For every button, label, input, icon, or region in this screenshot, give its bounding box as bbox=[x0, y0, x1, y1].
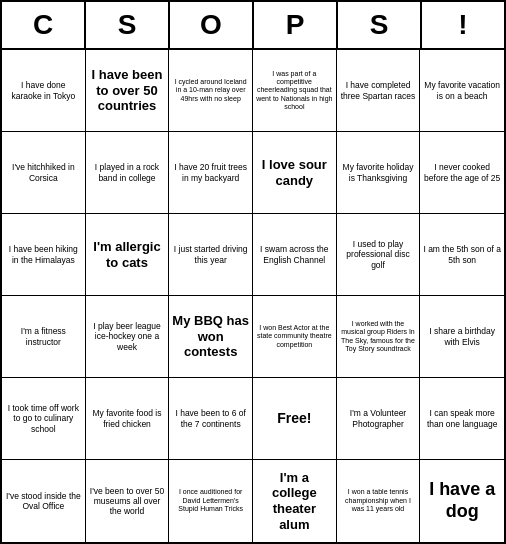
bingo-cell-15[interactable]: I swam across the English Channel bbox=[253, 214, 337, 296]
bingo-card: CSOPS! I have done karaoke in TokyoI hav… bbox=[0, 0, 506, 544]
bingo-cell-27[interactable]: Free! bbox=[253, 378, 337, 460]
bingo-cell-11[interactable]: I never cooked before the age of 25 bbox=[420, 132, 504, 214]
bingo-cell-28[interactable]: I'm a Volunteer Photographer bbox=[337, 378, 421, 460]
header-letter-o: O bbox=[170, 2, 254, 48]
bingo-grid: I have done karaoke in TokyoI have been … bbox=[2, 50, 504, 542]
bingo-cell-23[interactable]: I share a birthday with Elvis bbox=[420, 296, 504, 378]
bingo-cell-25[interactable]: My favorite food is fried chicken bbox=[86, 378, 170, 460]
bingo-cell-3[interactable]: I was part of a competitive cheerleading… bbox=[253, 50, 337, 132]
bingo-cell-26[interactable]: I have been to 6 of the 7 continents bbox=[169, 378, 253, 460]
bingo-header: CSOPS! bbox=[2, 2, 504, 50]
bingo-cell-6[interactable]: I've hitchhiked in Corsica bbox=[2, 132, 86, 214]
bingo-cell-32[interactable]: I once auditioned for David Lettermen's … bbox=[169, 460, 253, 542]
bingo-cell-17[interactable]: I am the 5th son of a 5th son bbox=[420, 214, 504, 296]
bingo-cell-29[interactable]: I can speak more than one language bbox=[420, 378, 504, 460]
bingo-cell-16[interactable]: I used to play professional disc golf bbox=[337, 214, 421, 296]
bingo-cell-19[interactable]: I play beer league ice-hockey one a week bbox=[86, 296, 170, 378]
bingo-cell-7[interactable]: I played in a rock band in college bbox=[86, 132, 170, 214]
bingo-cell-13[interactable]: I'm allergic to cats bbox=[86, 214, 170, 296]
bingo-cell-5[interactable]: My favorite vacation is on a beach bbox=[420, 50, 504, 132]
bingo-cell-22[interactable]: I worked with the musical group Riders I… bbox=[337, 296, 421, 378]
bingo-cell-34[interactable]: I won a table tennis championship when I… bbox=[337, 460, 421, 542]
header-letter-c: C bbox=[2, 2, 86, 48]
header-letter-s: S bbox=[86, 2, 170, 48]
bingo-cell-24[interactable]: I took time off work to go to culinary s… bbox=[2, 378, 86, 460]
bingo-cell-2[interactable]: I cycled around Iceland in a 10-man rela… bbox=[169, 50, 253, 132]
bingo-cell-8[interactable]: I have 20 fruit trees in my backyard bbox=[169, 132, 253, 214]
bingo-cell-20[interactable]: My BBQ has won contests bbox=[169, 296, 253, 378]
header-letter-!: ! bbox=[422, 2, 504, 48]
bingo-cell-14[interactable]: I just started driving this year bbox=[169, 214, 253, 296]
bingo-cell-4[interactable]: I have completed three Spartan races bbox=[337, 50, 421, 132]
header-letter-s: S bbox=[338, 2, 422, 48]
bingo-cell-0[interactable]: I have done karaoke in Tokyo bbox=[2, 50, 86, 132]
header-letter-p: P bbox=[254, 2, 338, 48]
bingo-cell-9[interactable]: I love sour candy bbox=[253, 132, 337, 214]
bingo-cell-35[interactable]: I have a dog bbox=[420, 460, 504, 542]
bingo-cell-21[interactable]: I won Best Actor at the state community … bbox=[253, 296, 337, 378]
bingo-cell-1[interactable]: I have been to over 50 countries bbox=[86, 50, 170, 132]
bingo-cell-30[interactable]: I've stood inside the Oval Office bbox=[2, 460, 86, 542]
bingo-cell-33[interactable]: I'm a college theater alum bbox=[253, 460, 337, 542]
bingo-cell-18[interactable]: I'm a fitness instructor bbox=[2, 296, 86, 378]
bingo-cell-12[interactable]: I have been hiking in the Himalayas bbox=[2, 214, 86, 296]
bingo-cell-10[interactable]: My favorite holiday is Thanksgiving bbox=[337, 132, 421, 214]
bingo-cell-31[interactable]: I've been to over 50 museums all over th… bbox=[86, 460, 170, 542]
